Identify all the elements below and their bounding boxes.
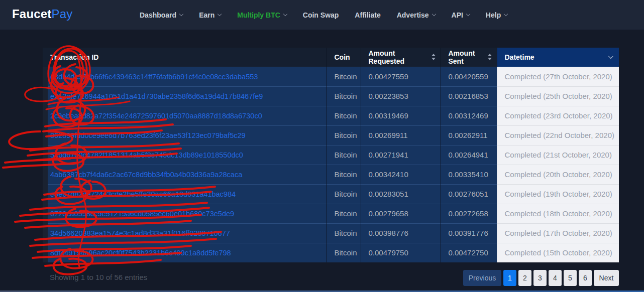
chevron-down-icon bbox=[218, 12, 222, 16]
nav-item-help[interactable]: Help bbox=[486, 11, 507, 19]
table-row: d3db4dc37eb66f6c439463c14ff76fafb6b91cf4… bbox=[43, 67, 619, 86]
logo-text-primary: Faucet bbox=[12, 7, 52, 21]
faucetpay-logo[interactable]: FaucetPay bbox=[12, 7, 73, 21]
transaction-id-link[interactable]: 8df449194a96ac20cf0f7543b2231b6c499c1a8d… bbox=[50, 249, 231, 257]
transaction-id-link[interactable]: 862899fdd0ce9ee6d7b763ed23f6f23ae53f123e… bbox=[50, 131, 246, 139]
nav-label: Dashboard bbox=[140, 11, 176, 19]
amount-requested-cell: 0.00279658 bbox=[361, 204, 441, 223]
nav-item-coin-swap[interactable]: Coin Swap bbox=[303, 11, 339, 19]
column-header-amount-requested[interactable]: Amount Requested bbox=[361, 48, 441, 67]
nav-item-api[interactable]: API bbox=[452, 11, 470, 19]
datetime-cell: Completed (17th October, 2020) bbox=[497, 223, 619, 243]
table-row: 4ab6387cb7f4da6c2ac67c8d9bb34fb0a4b03d36… bbox=[43, 165, 619, 184]
table-left-edge-strip bbox=[43, 67, 48, 262]
chevron-down-icon bbox=[179, 12, 183, 16]
transaction-id-link[interactable]: 0720ca0598cc9e51219a6cd0585ec60e01b680c7… bbox=[50, 210, 234, 218]
page-number-button[interactable]: 2 bbox=[518, 270, 531, 286]
coin-cell: Bitcoin bbox=[327, 165, 361, 184]
amount-requested-cell: 0.00283051 bbox=[361, 184, 441, 204]
amount-requested-cell: 0.00223853 bbox=[361, 86, 441, 106]
nav-label: Multiply BTC bbox=[237, 11, 280, 19]
nav-item-dashboard[interactable]: Dashboard bbox=[140, 11, 183, 19]
amount-requested-cell: 0.00479750 bbox=[361, 243, 441, 262]
table-row: 8df449194a96ac20cf0f7543b2231b6c499c1a8d… bbox=[43, 243, 619, 262]
column-header-coin: Coin bbox=[327, 48, 361, 67]
coin-cell: Bitcoin bbox=[327, 67, 361, 86]
amount-requested-cell: 0.00342410 bbox=[361, 165, 441, 184]
coin-cell: Bitcoin bbox=[327, 204, 361, 223]
nav-label: Earn bbox=[199, 11, 214, 19]
column-header-transaction-id: Transaction ID bbox=[43, 48, 327, 67]
table-header-row: Transaction ID Coin Amount Requested Amo… bbox=[43, 48, 619, 67]
transaction-id-link[interactable]: d3db4dc37eb66f6c439463c14ff76fafb6b91cf4… bbox=[50, 73, 258, 81]
transaction-id-link[interactable]: e212afe716944a1051d1a41d730abe2358f6d6a1… bbox=[50, 92, 263, 100]
transaction-id-link[interactable]: e3e67d82de724e3cde2be5ffe30ae66a13d631a4… bbox=[50, 190, 236, 198]
pagination: Previous 1 2 3 4 5 6 Next bbox=[463, 270, 619, 286]
amount-sent-cell: 0.00262911 bbox=[441, 125, 497, 145]
amount-sent-cell: 0.00420559 bbox=[441, 67, 497, 86]
datetime-cell: Completed (22nd October, 2020) bbox=[497, 125, 619, 145]
nav-label: Advertise bbox=[397, 11, 429, 19]
transaction-id-cell: 2c9ebea8d82a72f354e24872597601d5070aa888… bbox=[43, 106, 327, 125]
datetime-cell: Completed (27th October, 2020) bbox=[497, 67, 619, 86]
page-number-button[interactable]: 1 bbox=[503, 270, 516, 286]
transaction-id-cell: e212afe716944a1051d1a41d730abe2358f6d6a1… bbox=[43, 86, 327, 106]
transactions-table: Transaction ID Coin Amount Requested Amo… bbox=[43, 48, 619, 262]
top-navbar: FaucetPay Dashboard Earn Multiply BTC Co… bbox=[0, 0, 644, 30]
table-row: e212afe716944a1051d1a41d730abe2358f6d6a1… bbox=[43, 86, 619, 106]
datetime-cell: Completed (19th October, 2020) bbox=[497, 184, 619, 204]
transaction-id-cell: 0720ca0598cc9e51219a6cd0585ec60e01b680c7… bbox=[43, 204, 327, 223]
chevron-down-icon bbox=[283, 12, 287, 16]
previous-page-button[interactable]: Previous bbox=[463, 270, 501, 286]
transaction-id-link[interactable]: 4ab6387cb7f4da6c2ac67c8d9bb34fb0a4b03d36… bbox=[50, 171, 242, 179]
page-number-button[interactable]: 5 bbox=[564, 270, 577, 286]
page-number-buttons: 1 2 3 4 5 6 bbox=[503, 270, 592, 286]
coin-cell: Bitcoin bbox=[327, 106, 361, 125]
sort-updown-icon bbox=[488, 54, 492, 60]
coin-cell: Bitcoin bbox=[327, 125, 361, 145]
nav-label: Coin Swap bbox=[303, 11, 339, 19]
amount-sent-cell: 0.00216853 bbox=[441, 86, 497, 106]
page-number-button[interactable]: 4 bbox=[549, 270, 562, 286]
amount-requested-cell: 0.00427559 bbox=[361, 67, 441, 86]
transaction-id-cell: e3e67d82de724e3cde2be5ffe30ae66a13d631a4… bbox=[43, 184, 327, 204]
amount-requested-cell: 0.00269911 bbox=[361, 125, 441, 145]
nav-item-earn[interactable]: Earn bbox=[199, 11, 221, 19]
chevron-down-icon bbox=[504, 12, 508, 16]
sort-updown-icon bbox=[432, 54, 436, 60]
next-page-button[interactable]: Next bbox=[594, 270, 619, 286]
main-navigation: Dashboard Earn Multiply BTC Coin Swap Af… bbox=[140, 0, 507, 30]
logo-text-secondary: Pay bbox=[52, 7, 73, 21]
page-number-button[interactable]: 6 bbox=[579, 270, 592, 286]
amount-requested-cell: 0.00319469 bbox=[361, 106, 441, 125]
transaction-id-link[interactable]: 2c9ebea8d82a72f354e24872597601d5070aa888… bbox=[50, 112, 262, 120]
transaction-id-cell: 4ab6387cb7f4da6c2ac67c8d9bb34fb0a4b03d36… bbox=[43, 165, 327, 184]
chevron-down-icon bbox=[466, 12, 470, 16]
nav-label: API bbox=[452, 11, 463, 19]
transaction-id-link[interactable]: 34d56620383ea1574e3c1ad8d33a31f016ff0288… bbox=[50, 229, 230, 237]
table-body: d3db4dc37eb66f6c439463c14ff76fafb6b91cf4… bbox=[43, 67, 619, 262]
transaction-id-cell: 862899fdd0ce9ee6d7b763ed23f6f23ae53f123e… bbox=[43, 125, 327, 145]
coin-cell: Bitcoin bbox=[327, 86, 361, 106]
transaction-id-cell: 8df449194a96ac20cf0f7543b2231b6c499c1a8d… bbox=[43, 243, 327, 262]
column-header-datetime[interactable]: Datetime bbox=[497, 48, 619, 67]
nav-label: Affiliate bbox=[355, 11, 380, 19]
table-row: 54bd6700c4782f1851314ab5f8c745dc13db89e1… bbox=[43, 145, 619, 165]
nav-item-advertise[interactable]: Advertise bbox=[397, 11, 436, 19]
transaction-id-cell: 34d56620383ea1574e3c1ad8d33a31f016ff0288… bbox=[43, 223, 327, 243]
table-row: e3e67d82de724e3cde2be5ffe30ae66a13d631a4… bbox=[43, 184, 619, 204]
datetime-cell: Completed (20th October, 2020) bbox=[497, 165, 619, 184]
chevron-down-icon bbox=[608, 54, 613, 59]
amount-sent-cell: 0.00472750 bbox=[441, 243, 497, 262]
column-header-amount-sent[interactable]: Amount Sent bbox=[441, 48, 497, 67]
nav-item-multiply-btc[interactable]: Multiply BTC bbox=[237, 11, 287, 19]
coin-cell: Bitcoin bbox=[327, 223, 361, 243]
datetime-cell: Completed (21st October, 2020) bbox=[497, 145, 619, 165]
table-row: 34d56620383ea1574e3c1ad8d33a31f016ff0288… bbox=[43, 223, 619, 243]
nav-item-affiliate[interactable]: Affiliate bbox=[355, 11, 380, 19]
datetime-cell: Completed (23rd October, 2020) bbox=[497, 106, 619, 125]
transaction-id-link[interactable]: 54bd6700c4782f1851314ab5f8c745dc13db89e1… bbox=[50, 151, 243, 159]
coin-cell: Bitcoin bbox=[327, 145, 361, 165]
datetime-cell: Completed (18th October, 2020) bbox=[497, 204, 619, 223]
page-number-button[interactable]: 3 bbox=[533, 270, 547, 286]
